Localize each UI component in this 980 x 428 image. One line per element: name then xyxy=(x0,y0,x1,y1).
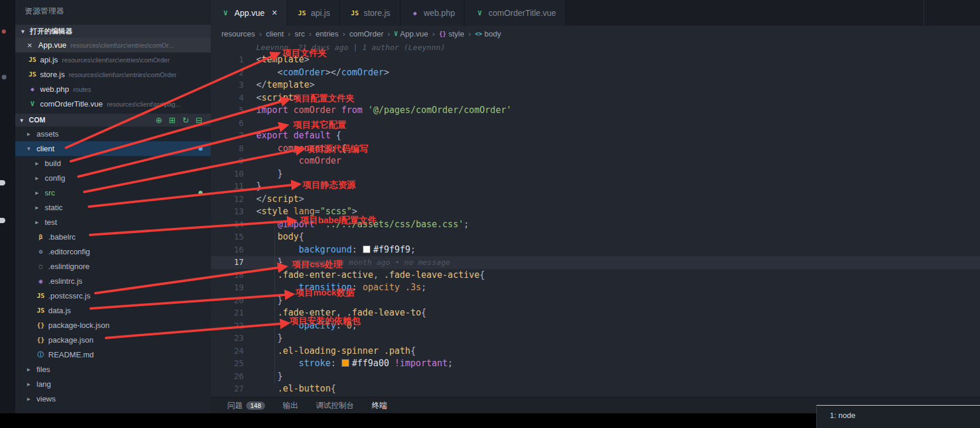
code-line-5[interactable]: 5import comOrder from '@/pages/comOrder/… xyxy=(211,104,980,117)
tab-api.js[interactable]: JSapi.js xyxy=(287,0,340,26)
code-line-18[interactable]: 18 .fade-enter-active, .fade-leave-activ… xyxy=(211,269,980,282)
tree-item-.eslintignore[interactable]: ◌.eslintignore xyxy=(15,259,211,274)
panel-tab-输出[interactable]: 输出 xyxy=(283,400,298,411)
terminal-selector[interactable]: 1: node xyxy=(816,405,980,428)
code-line-17[interactable]: 17 }Leeynnn, a month ago • no message xyxy=(211,256,980,269)
collapse-all-icon[interactable]: ⊟ xyxy=(196,115,203,125)
line-number: 17 xyxy=(211,256,244,269)
panel-tab-终端[interactable]: 终端 xyxy=(372,400,387,411)
tree-item-assets[interactable]: ▸assets xyxy=(15,127,211,141)
tree-item-label: README.md xyxy=(48,350,94,359)
tree-item-files[interactable]: ▸files xyxy=(15,362,211,377)
code-text: .fade-enter-active, .fade-leave-active{ xyxy=(256,269,485,282)
breadcrumb-resources[interactable]: resources xyxy=(221,29,255,38)
tree-item-build[interactable]: ▸build xyxy=(15,156,211,171)
tree-item-.eslintrc.js[interactable]: ◉.eslintrc.js xyxy=(15,274,211,288)
tree-item-package-lock.json[interactable]: {}package-lock.json xyxy=(15,318,211,333)
breadcrumb-comOrder[interactable]: comOrder xyxy=(349,29,383,38)
code-line-23[interactable]: 23 } xyxy=(211,332,980,345)
tab-App.vue[interactable]: VApp.vue× xyxy=(211,0,287,26)
tab-label: web.php xyxy=(424,8,455,18)
close-icon[interactable]: × xyxy=(27,40,37,50)
tree-item-label: .postcssrc.js xyxy=(48,291,91,300)
tab-label: store.js xyxy=(363,8,390,18)
close-icon[interactable]: × xyxy=(272,8,277,18)
code-line-19[interactable]: 19 transition: opacity .3s; xyxy=(211,281,980,294)
breadcrumb-src[interactable]: src xyxy=(294,29,304,38)
panel-tab-调试控制台[interactable]: 调试控制台 xyxy=(316,400,354,411)
tree-item-.postcssrc.js[interactable]: JS.postcssrc.js xyxy=(15,288,211,303)
code-text: </script> xyxy=(256,193,304,206)
code-line-6[interactable]: 6 xyxy=(211,117,980,130)
info-icon: ⓘ xyxy=(35,350,46,359)
code-line-12[interactable]: 12</script> xyxy=(211,193,980,206)
tree-item-label: .eslintignore xyxy=(48,262,90,271)
code-line-8[interactable]: 8 components: { xyxy=(211,142,980,155)
open-editor-api.js[interactable]: JSapi.jsresources\client\src\entries\com… xyxy=(15,52,211,67)
refresh-icon[interactable]: ↻ xyxy=(183,115,190,125)
tree-item-label: config xyxy=(45,174,65,183)
new-file-icon[interactable]: ⊕ xyxy=(155,115,163,125)
code-line-14[interactable]: 14 @import '../../assets/css/base.css'; xyxy=(211,218,980,231)
code-line-11[interactable]: 11} xyxy=(211,180,980,193)
code-line-20[interactable]: 20 } xyxy=(211,294,980,307)
tree-item-src[interactable]: ▸src xyxy=(15,185,211,200)
code-area[interactable]: Leevnnn, 21 days ago | 1 author (Leeynnn… xyxy=(211,41,980,397)
code-line-27[interactable]: 27 .el-button{ xyxy=(211,383,980,396)
tree-item-client[interactable]: ▾client xyxy=(15,141,211,156)
breadcrumb-entries[interactable]: entries xyxy=(316,29,339,38)
tab-store.js[interactable]: JSstore.js xyxy=(340,0,400,26)
open-editor-name: comOrderTitle.vue xyxy=(40,99,102,108)
activity-bar-icon[interactable] xyxy=(0,180,5,185)
code-line-4[interactable]: 4<script> xyxy=(211,92,980,105)
tree-item-lang[interactable]: ▸lang xyxy=(15,377,211,391)
code-line-7[interactable]: 7export default { xyxy=(211,130,980,142)
code-line-25[interactable]: 25 stroke: #ff9a00 !important; xyxy=(211,357,980,370)
vue-icon: V xyxy=(474,9,485,17)
line-number: 26 xyxy=(211,370,244,383)
breadcrumb: resources›client›src›entries›comOrder›VA… xyxy=(211,26,980,41)
open-editors-header[interactable]: ▾ 打开的编辑器 xyxy=(15,25,211,38)
vue-icon: V xyxy=(220,9,231,17)
breadcrumb-style[interactable]: {}style xyxy=(439,29,464,38)
open-editor-App.vue[interactable]: ×App.vueresources\client\src\entries\com… xyxy=(15,38,211,52)
code-line-2[interactable]: 2 <comOrder></comOrder> xyxy=(211,67,980,79)
code-line-3[interactable]: 3</template> xyxy=(211,79,980,92)
tree-item-README.md[interactable]: ⓘREADME.md xyxy=(15,347,211,362)
tree-item-.babelrc[interactable]: β.babelrc xyxy=(15,230,211,244)
open-editor-web.php[interactable]: ◆web.phproutes xyxy=(15,82,211,97)
open-editor-store.js[interactable]: JSstore.jsresources\client\src\entries\c… xyxy=(15,67,211,82)
code-line-10[interactable]: 10 } xyxy=(211,168,980,181)
code-line-16[interactable]: 16 background: #f9f9f9; xyxy=(211,244,980,257)
breadcrumb-body[interactable]: <>body xyxy=(475,29,501,38)
line-number: 11 xyxy=(211,180,244,193)
code-line-24[interactable]: 24 .el-loading-spinner .path{ xyxy=(211,345,980,358)
tab-bar-divider xyxy=(923,0,924,26)
tree-item-views[interactable]: ▸views xyxy=(15,391,211,406)
project-section-header[interactable]: ▾ COM ⊕⊞↻⊟ xyxy=(15,114,211,127)
new-folder-icon[interactable]: ⊞ xyxy=(169,115,176,125)
tree-item-.editorconfig[interactable]: ⚙.editorconfig xyxy=(15,244,211,259)
breadcrumb-client[interactable]: client xyxy=(266,29,283,38)
code-line-21[interactable]: 21 .fade-enter, .fade-leave-to{ xyxy=(211,307,980,320)
tree-item-static[interactable]: ▸static xyxy=(15,200,211,215)
tree-item-config[interactable]: ▸config xyxy=(15,171,211,185)
code-line-13[interactable]: 13<style lang="scss"> xyxy=(211,205,980,218)
open-editor-comOrderTitle.vue[interactable]: VcomOrderTitle.vueresources\client\src\p… xyxy=(15,97,211,111)
code-line-22[interactable]: 22 opacity: 0; xyxy=(211,320,980,333)
activity-bar-icon[interactable] xyxy=(2,75,6,79)
code-line-26[interactable]: 26 } xyxy=(211,370,980,383)
tree-item-test[interactable]: ▸test xyxy=(15,215,211,230)
code-line-15[interactable]: 15 body{ xyxy=(211,231,980,244)
panel-tab-问题[interactable]: 问题148 xyxy=(227,400,265,411)
code-line-9[interactable]: 9 comOrder xyxy=(211,155,980,168)
tree-item-data.js[interactable]: JSdata.js xyxy=(15,303,211,318)
tab-web.php[interactable]: ◆web.php xyxy=(400,0,465,26)
activity-bar-icon[interactable] xyxy=(2,29,6,34)
code-line-1[interactable]: 1<template> xyxy=(211,54,980,67)
breadcrumb-App.vue[interactable]: VApp.vue xyxy=(394,29,428,38)
tree-item-package.json[interactable]: {}package.json xyxy=(15,333,211,347)
activity-bar-icon[interactable] xyxy=(0,218,5,223)
tab-comOrderTitle.vue[interactable]: VcomOrderTitle.vue xyxy=(465,0,566,26)
code-text: } xyxy=(256,370,283,383)
